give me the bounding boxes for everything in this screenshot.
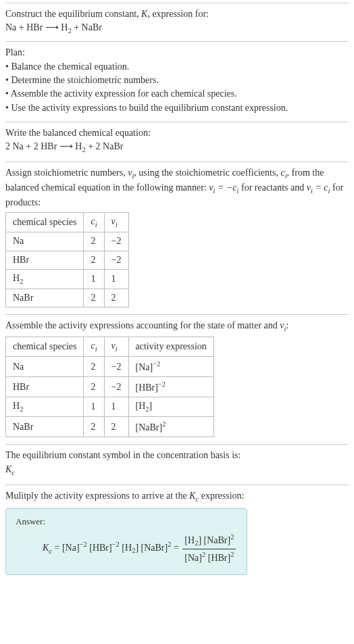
kc-symbol-text: The equilibrium constant symbol in the c… <box>5 449 349 462</box>
den-b: [HBr] <box>205 553 230 563</box>
cell-c: 1 <box>84 270 104 289</box>
Kc-sub: c <box>11 468 15 476</box>
cell-c: 2 <box>84 357 104 377</box>
eq-equals: = <box>171 543 181 553</box>
table-row: HBr 2 −2 [HBr]−2 <box>6 377 214 397</box>
plan-bullet-4: • Use the activity expressions to build … <box>5 101 349 115</box>
cell-v: −2 <box>104 251 128 269</box>
assign-block: Assign stoichiometric numbers, νi, using… <box>5 162 349 314</box>
table-row: HBr 2 −2 <box>6 251 129 269</box>
cell-sp: NaBr <box>6 289 84 307</box>
cell-v: −2 <box>104 357 128 377</box>
k-symbol: K <box>141 9 147 19</box>
num-exp: 2 <box>230 533 234 541</box>
eq-mid2b: ] [NaBr] <box>135 543 168 553</box>
assign-d: for reactants and <box>238 182 306 193</box>
kc3: Kc <box>43 543 52 553</box>
cell-c: 2 <box>84 289 104 307</box>
h2: H <box>13 273 20 283</box>
final-b: expression: <box>199 491 244 501</box>
kc2: Kc <box>189 491 199 501</box>
table-row: NaBr 2 2 <box>6 289 129 307</box>
exp1: −2 <box>80 541 87 548</box>
eq-lhs: = [Na] <box>52 543 80 553</box>
table-row: Na 2 −2 [Na]−2 <box>6 357 214 377</box>
kc-symbol-block: The equilibrium constant symbol in the c… <box>5 444 349 484</box>
intro-text-a: Construct the equilibrium constant, <box>5 9 141 19</box>
nu-i: νi <box>128 168 134 178</box>
kc-symbol: Kc <box>5 463 349 478</box>
h-vi-sub: i <box>116 221 118 228</box>
table-row: NaBr 2 2 [NaBr]2 <box>6 417 214 437</box>
cell-sp: H2 <box>6 270 84 289</box>
den-a: [Na] <box>184 553 202 563</box>
col-activity: activity expression <box>128 337 213 357</box>
balanced-heading: Write the balanced chemical equation: <box>5 126 349 140</box>
minus: = − <box>215 182 232 193</box>
num-a: [H <box>184 535 195 545</box>
intro-text-b: , expression for: <box>147 9 209 19</box>
cell-sp: HBr <box>6 251 84 269</box>
cell-v: 1 <box>104 397 128 417</box>
balanced-block: Write the balanced chemical equation: 2 … <box>5 122 349 162</box>
table-row: chemical species ci νi activity expressi… <box>6 337 214 357</box>
K3: K <box>43 543 49 553</box>
act-a: Assemble the activity expressions accoun… <box>5 320 280 330</box>
eq-mid2a: [H <box>120 543 132 553</box>
table-row: Na 2 −2 <box>6 232 129 251</box>
a1: [Na] <box>136 362 153 372</box>
cell-sp: HBr <box>6 377 84 397</box>
h2-vi-sub: i <box>116 345 118 353</box>
col-ci: ci <box>84 213 104 232</box>
a4: [NaBr] <box>136 422 163 432</box>
cell-sp: H2 <box>6 397 84 417</box>
h2-ci-sub: i <box>95 345 97 353</box>
eqc: = <box>313 182 324 193</box>
activity-text: Assemble the activity expressions accoun… <box>5 319 349 334</box>
h2b: H <box>13 401 20 411</box>
activity-block: Assemble the activity expressions accoun… <box>5 314 349 444</box>
exp2: −2 <box>112 541 120 548</box>
den-exp2: 2 <box>230 551 234 558</box>
cell-sp: NaBr <box>6 417 84 437</box>
a3b: ] <box>149 401 153 411</box>
plan-block: Plan: • Balance the chemical equation. •… <box>5 41 349 121</box>
a1exp: −2 <box>153 360 160 368</box>
final-block: Mulitply the activity expressions to arr… <box>5 485 349 582</box>
cell-sp: Na <box>6 232 84 251</box>
cell-v: 2 <box>104 289 128 307</box>
plan-bullet-3: • Assemble the activity expression for e… <box>5 87 349 101</box>
final-text: Mulitply the activity expressions to arr… <box>5 489 349 504</box>
final-a: Mulitply the activity expressions to arr… <box>5 491 189 501</box>
intro-equation: Na + HBr ⟶ H2 + NaBr <box>5 21 349 36</box>
plan-bullet-2: • Determine the stoichiometric numbers. <box>5 74 349 87</box>
h2bsub: 2 <box>20 405 23 413</box>
h-ci-sub: i <box>95 221 97 228</box>
cell-act: [H2] <box>128 397 213 417</box>
intro-block: Construct the equilibrium constant, K, e… <box>5 3 349 41</box>
eq-part-a: Na + HBr ⟶ H <box>5 22 68 32</box>
assign-b: , using the stoichiometric coefficients, <box>134 168 280 178</box>
c-i: ci <box>280 168 286 178</box>
nu-eq-c: νi = ci <box>307 182 330 193</box>
denominator: [Na]2 [HBr]2 <box>182 549 236 565</box>
cell-sp: Na <box>6 357 84 377</box>
eq-part-b: + NaBr <box>72 22 102 32</box>
answer-equation: Kc = [Na]−2 [HBr]−2 [H2] [NaBr]2 = [H2] … <box>16 532 237 565</box>
table-row: H2 1 1 [H2] <box>6 397 214 417</box>
plan-bullet-1: • Balance the chemical equation. <box>5 60 349 74</box>
activity-table: chemical species ci νi activity expressi… <box>5 337 214 437</box>
answer-label: Answer: <box>16 516 237 528</box>
cell-c: 2 <box>84 251 104 269</box>
col-ci: ci <box>84 337 104 357</box>
col-species: chemical species <box>6 337 84 357</box>
nu-eq-neg-c: νi = −ci <box>209 182 238 193</box>
K2: K <box>189 491 195 501</box>
numerator: [H2] [NaBr]2 <box>182 532 236 549</box>
col-vi: νi <box>104 337 128 357</box>
cell-act: [Na]−2 <box>128 357 213 377</box>
a3: [H <box>136 401 146 411</box>
h2sub: 2 <box>20 278 23 285</box>
cell-c: 2 <box>84 377 104 397</box>
cell-v: −2 <box>104 232 128 251</box>
